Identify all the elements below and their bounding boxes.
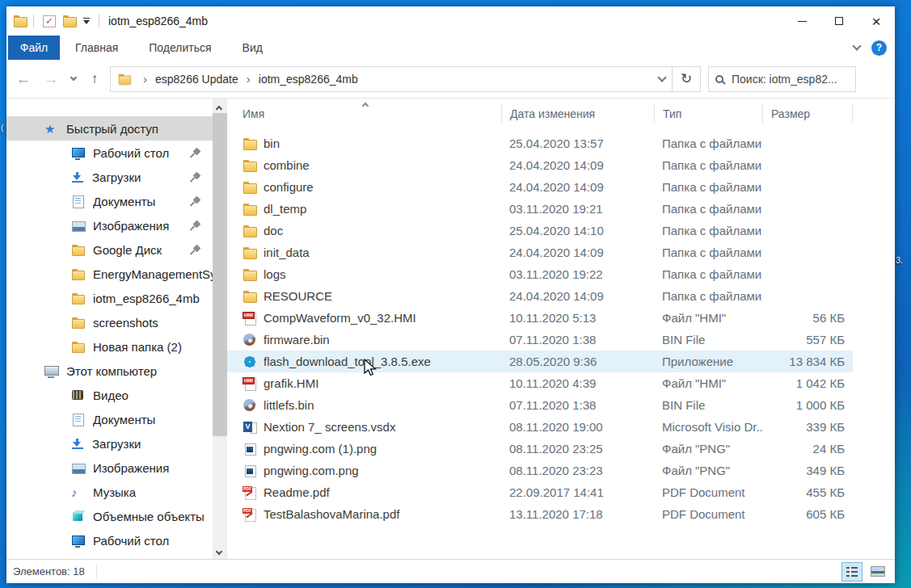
file-row[interactable]: Nextion 7_ screens.vsdx08.11.2020 19:00M… — [227, 416, 853, 438]
column-header-name[interactable]: Имя — [243, 104, 501, 124]
up-button[interactable]: ↑ — [82, 66, 107, 92]
sidebar-item[interactable]: screenshots — [6, 310, 213, 334]
qat-properties-button[interactable]: ✓ — [40, 14, 59, 29]
sidebar-scrollbar[interactable] — [213, 99, 227, 559]
desktop-icon — [71, 147, 85, 159]
file-type: Папка с файлами — [654, 289, 762, 303]
recent-locations-button[interactable] — [65, 66, 82, 92]
help-button[interactable]: ? — [871, 40, 887, 56]
title-bar[interactable]: ✓ iotm_esp8266_4mb × — [6, 6, 895, 36]
sidebar-item[interactable]: Документы — [6, 407, 213, 431]
file-row[interactable]: Readme.pdf22.09.2017 14:41PDF Document45… — [227, 481, 853, 503]
video-icon — [71, 389, 85, 401]
file-type: Папка с файлами — [654, 180, 762, 194]
maximize-button[interactable] — [820, 6, 858, 36]
file-row[interactable]: firmware.bin07.11.2020 1:38BIN File557 К… — [227, 329, 853, 351]
file-row[interactable]: flash_download_tool_3.8.5.exe28.05.2020 … — [227, 351, 853, 372]
details-view-button[interactable] — [841, 562, 862, 582]
sidebar-item[interactable]: EnergyManagementSystemN — [6, 262, 213, 286]
downloads-icon — [72, 439, 83, 449]
qat-new-folder-button[interactable] — [59, 13, 80, 29]
sidebar-item[interactable]: Изображения — [6, 456, 213, 480]
ribbon-tab[interactable]: Главная — [60, 36, 133, 60]
breadcrumb: ›esp8266 Update›iotm_esp8266_4mb — [137, 72, 360, 86]
sidebar-item[interactable]: Документы — [6, 189, 213, 213]
file-row[interactable]: init_data24.04.2020 14:09Папка с файлами — [227, 242, 853, 263]
png-icon — [243, 464, 257, 477]
folder-icon — [243, 181, 257, 194]
file-date: 03.11.2020 19:22 — [501, 267, 654, 281]
pin-icon — [191, 148, 201, 158]
ribbon-tab[interactable]: Вид — [227, 36, 278, 60]
sidebar-item[interactable]: Видео — [6, 383, 213, 407]
sidebar-item[interactable]: Загрузки — [6, 165, 213, 189]
file-date: 22.09.2017 14:41 — [501, 485, 654, 499]
file-row[interactable]: pngwing.com (1).png08.11.2020 23:25Файл … — [227, 438, 853, 460]
file-row[interactable]: logs03.11.2020 19:22Папка с файлами — [227, 263, 853, 285]
file-row[interactable]: pngwing.com.png08.11.2020 23:23Файл "PNG… — [227, 460, 853, 481]
column-header-date[interactable]: Дата изменения — [501, 104, 654, 124]
scroll-up-icon[interactable] — [216, 106, 222, 112]
pdf-icon — [243, 486, 257, 499]
desktop-text-fragment-left: ( — [1, 123, 4, 132]
items-count: Элементов: 18 — [13, 565, 85, 578]
file-row[interactable]: CompWaveform_v0_32.HMI10.11.2020 5:13Фай… — [227, 307, 853, 329]
minimize-icon — [798, 21, 807, 22]
column-headers: Имя Дата изменения Тип Размер — [227, 99, 895, 129]
file-row[interactable]: RESOURCE24.04.2020 14:09Папка с файлами — [227, 285, 853, 307]
file-row[interactable]: TestBalashovaMarina.pdf13.11.2020 17:18P… — [227, 503, 853, 525]
address-bar[interactable]: ›esp8266 Update›iotm_esp8266_4mb — [110, 66, 673, 92]
sidebar-item[interactable]: Google Диск — [6, 237, 213, 262]
breadcrumb-segment[interactable]: iotm_esp8266_4mb — [257, 73, 360, 86]
folder-icon — [243, 246, 257, 259]
file-row[interactable]: doc25.04.2020 14:10Папка с файлами — [227, 220, 853, 242]
close-button[interactable]: × — [858, 6, 895, 36]
file-row[interactable]: combine24.04.2020 14:09Папка с файлами — [227, 154, 853, 176]
ribbon-tab[interactable]: Поделиться — [133, 36, 226, 60]
file-row[interactable]: configure24.04.2020 14:09Папка с файлами — [227, 176, 853, 198]
file-name: CompWaveform_v0_32.HMI — [264, 311, 501, 325]
search-input[interactable] — [732, 73, 849, 86]
sidebar-item[interactable]: ♪Музыка — [6, 480, 213, 504]
file-row[interactable]: littlefs.bin07.11.2020 1:38BIN File1 000… — [227, 394, 853, 416]
ribbon-expand-button[interactable] — [854, 46, 860, 49]
file-type: Файл "HMI" — [654, 311, 762, 325]
breadcrumb-segment[interactable]: esp8266 Update — [154, 73, 240, 86]
sidebar-item-label: Новая папка (2) — [93, 340, 182, 354]
sidebar-item[interactable]: iotm_esp8266_4mb — [6, 286, 213, 310]
sidebar-section[interactable]: Этот компьютер — [6, 359, 213, 383]
sidebar-item[interactable]: Рабочий стол — [6, 528, 213, 552]
file-row[interactable]: grafik.HMI10.11.2020 4:39Файл "HMI"1 042… — [227, 372, 853, 394]
forward-button[interactable]: → — [37, 66, 65, 92]
thumbnails-view-button[interactable] — [867, 562, 888, 582]
column-header-size[interactable]: Размер — [762, 104, 853, 124]
file-size: 24 КБ — [762, 442, 853, 456]
window-title: iotm_esp8266_4mb — [108, 15, 208, 27]
sidebar-item[interactable]: Новая папка (2) — [6, 334, 213, 359]
file-type: Файл "HMI" — [654, 376, 762, 390]
file-row[interactable]: bin25.04.2020 13:57Папка с файлами — [227, 132, 853, 154]
sidebar-item[interactable]: Объемные объекты — [6, 504, 213, 528]
minimize-button[interactable] — [783, 6, 820, 36]
qat-customize-button[interactable] — [80, 16, 93, 26]
file-date: 07.11.2020 1:38 — [501, 398, 654, 412]
ribbon-tab[interactable]: Файл — [8, 36, 60, 60]
back-button[interactable]: ← — [10, 66, 37, 92]
file-row[interactable]: dl_temp03.11.2020 19:21Папка с файлами — [227, 198, 853, 220]
sidebar-item[interactable]: Рабочий стол — [6, 141, 213, 165]
file-date: 10.11.2020 4:39 — [501, 376, 654, 390]
close-icon: × — [871, 14, 880, 29]
3d-objects-icon — [71, 510, 85, 523]
sidebar-item[interactable]: Изображения — [6, 213, 213, 237]
address-dropdown-icon[interactable] — [657, 73, 666, 82]
bin-icon — [243, 334, 257, 346]
documents-icon — [71, 414, 85, 426]
file-date: 03.11.2020 19:21 — [501, 202, 654, 216]
column-header-type[interactable]: Тип — [654, 104, 762, 124]
refresh-button[interactable]: ↻ — [673, 66, 701, 92]
scrollbar-thumb[interactable] — [213, 113, 227, 436]
scroll-down-icon[interactable] — [216, 548, 222, 555]
sidebar-item[interactable]: Загрузки — [6, 431, 213, 456]
sidebar-section-label: Быстрый доступ — [66, 122, 158, 136]
sidebar-section[interactable]: ★Быстрый доступ — [6, 116, 213, 141]
